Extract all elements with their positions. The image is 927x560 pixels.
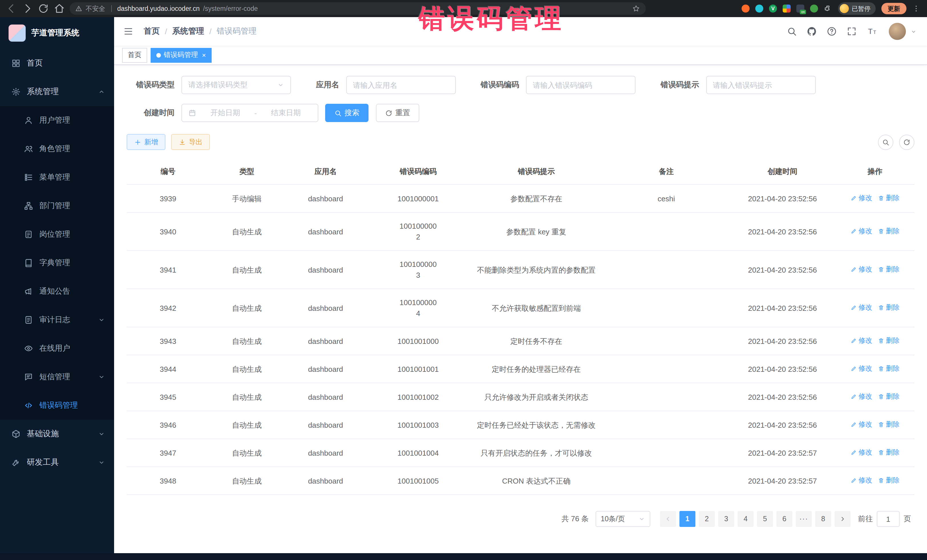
header-search-icon[interactable]: [787, 26, 797, 36]
sidebar-item-home[interactable]: 首页: [0, 49, 114, 77]
edit-button[interactable]: 修改: [851, 419, 872, 430]
address-bar[interactable]: 不安全 dashboard.yudao.iocoder.cn/system/er…: [70, 2, 646, 15]
cell-code: 100100000 2: [367, 212, 469, 250]
cell-type: 自动生成: [209, 411, 284, 439]
error-hint-input[interactable]: [706, 76, 816, 94]
sidebar-item-online-users[interactable]: 在线用户: [0, 334, 114, 363]
user-avatar[interactable]: [889, 23, 906, 40]
sidebar-item-menu-mgmt[interactable]: 菜单管理: [0, 163, 114, 191]
avatar-caret-down-icon[interactable]: [910, 28, 917, 35]
edit-button[interactable]: 修改: [851, 391, 872, 402]
edit-button[interactable]: 修改: [851, 363, 872, 374]
sidebar-item-error-code-mgmt[interactable]: 错误码管理: [0, 391, 114, 420]
delete-button[interactable]: 删除: [878, 193, 900, 203]
delete-button[interactable]: 删除: [878, 226, 900, 237]
green-extension-icon[interactable]: [810, 5, 818, 12]
sidebar-item-audit-log[interactable]: 审计日志: [0, 306, 114, 334]
sidebar-item-dept-mgmt[interactable]: 部门管理: [0, 191, 114, 220]
delete-button[interactable]: 删除: [878, 475, 900, 486]
delete-button[interactable]: 删除: [878, 302, 900, 313]
edit-button[interactable]: 修改: [851, 264, 872, 275]
next-page-button[interactable]: [834, 511, 851, 527]
fullscreen-icon[interactable]: [846, 26, 857, 36]
sidebar-item-user-mgmt[interactable]: 用户管理: [0, 106, 114, 135]
search-button[interactable]: 搜索: [325, 104, 369, 122]
tab-label: 错误码管理: [164, 50, 198, 60]
page-button-5[interactable]: 5: [757, 511, 773, 527]
delete-button[interactable]: 删除: [878, 335, 900, 346]
prev-page-button[interactable]: [660, 511, 676, 527]
edit-button[interactable]: 修改: [851, 335, 872, 346]
sidebar-item-system-mgmt[interactable]: 系统管理: [0, 77, 114, 106]
edit-button[interactable]: 修改: [851, 193, 872, 203]
delete-button[interactable]: 删除: [878, 363, 900, 374]
create-time-range-picker[interactable]: 开始日期 - 结束日期: [181, 104, 318, 122]
edit-button[interactable]: 修改: [851, 475, 872, 486]
table-row-3947: 3947自动生成dashboard1001001004只有开启状态的任务，才可以…: [127, 439, 915, 467]
page-size-select[interactable]: 10条/页: [596, 511, 650, 527]
sidebar-item-post-mgmt[interactable]: 岗位管理: [0, 220, 114, 249]
add-button[interactable]: 新增: [127, 134, 166, 150]
tab-error-code-mgmt[interactable]: 错误码管理×: [150, 48, 212, 62]
font-size-icon[interactable]: TT: [866, 26, 879, 36]
edit-button[interactable]: 修改: [851, 226, 872, 237]
delete-button[interactable]: 删除: [878, 447, 900, 458]
delete-button[interactable]: 删除: [878, 419, 900, 430]
breadcrumb-item-1[interactable]: 系统管理: [172, 26, 204, 36]
apps-grid-extension-icon[interactable]: [783, 5, 791, 12]
teal-extension-icon[interactable]: [755, 5, 763, 12]
sidebar-item-role-mgmt[interactable]: 角色管理: [0, 135, 114, 163]
sidebar-item-infrastructure[interactable]: 基础设施: [0, 420, 114, 448]
cell-app: dashboard: [284, 439, 367, 467]
sidebar-item-dev-tools[interactable]: 研发工具: [0, 448, 114, 477]
browser-home-icon[interactable]: [54, 3, 65, 14]
refresh-table-button[interactable]: [899, 134, 915, 150]
page-button-8[interactable]: 8: [815, 511, 831, 527]
delete-button[interactable]: 删除: [878, 264, 900, 275]
proxy-extension-icon[interactable]: on: [796, 5, 804, 12]
error-code-input[interactable]: [526, 76, 635, 94]
reset-button[interactable]: 重置: [376, 104, 419, 122]
orange-dot-extension-icon[interactable]: [742, 5, 749, 12]
extensions-puzzle-icon[interactable]: [824, 4, 832, 13]
edit-button[interactable]: 修改: [851, 447, 872, 458]
cell-hint: 定时任务不存在: [469, 327, 603, 355]
tab-home[interactable]: 首页: [122, 48, 147, 62]
pager-more-button[interactable]: ···: [796, 511, 812, 527]
security-label[interactable]: 不安全: [85, 4, 105, 13]
error-type-select[interactable]: 请选择错误码类型: [181, 76, 291, 94]
browser-back-icon[interactable]: [6, 3, 17, 14]
app-name-input[interactable]: [346, 76, 456, 94]
column-header-1: 类型: [209, 159, 284, 185]
cell-remark: [603, 250, 729, 289]
browser-update-button[interactable]: 更新: [881, 3, 906, 14]
page-button-4[interactable]: 4: [738, 511, 754, 527]
jump-page-input[interactable]: [877, 511, 900, 527]
app-logo[interactable]: 芋道管理系统: [0, 17, 114, 49]
end-date-placeholder: 结束日期: [260, 108, 312, 118]
table-toolbar: 新增 导出: [127, 134, 915, 150]
edit-label: 修改: [859, 475, 872, 486]
page-button-2[interactable]: 2: [699, 511, 715, 527]
delete-button[interactable]: 删除: [878, 391, 900, 402]
browser-forward-icon[interactable]: [22, 3, 33, 14]
help-icon[interactable]: [827, 26, 837, 36]
browser-profile-chip[interactable]: 已暂停: [838, 2, 876, 15]
bookmark-star-icon[interactable]: [632, 5, 640, 12]
breadcrumb-item-0[interactable]: 首页: [144, 26, 160, 36]
export-button[interactable]: 导出: [171, 134, 210, 150]
toggle-search-button[interactable]: [878, 134, 894, 150]
page-button-6[interactable]: 6: [777, 511, 792, 527]
sidebar-item-dict-mgmt[interactable]: 字典管理: [0, 249, 114, 277]
page-button-1[interactable]: 1: [679, 511, 695, 527]
tab-close-icon[interactable]: ×: [202, 52, 206, 58]
sidebar-item-notice[interactable]: 通知公告: [0, 277, 114, 306]
page-button-3[interactable]: 3: [718, 511, 734, 527]
github-icon[interactable]: [807, 26, 817, 36]
sidebar-toggle-button[interactable]: [114, 17, 143, 46]
sidebar-item-sms-mgmt[interactable]: 短信管理: [0, 363, 114, 391]
browser-reload-icon[interactable]: [38, 3, 49, 14]
green-v-extension-icon[interactable]: [769, 5, 777, 12]
edit-button[interactable]: 修改: [851, 302, 872, 313]
browser-menu-icon[interactable]: [912, 5, 920, 12]
